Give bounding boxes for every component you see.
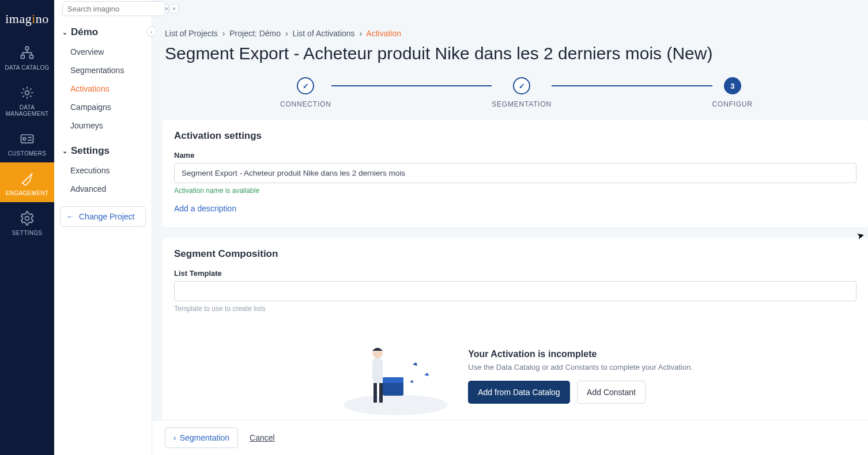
rail-label: SETTINGS	[12, 230, 42, 236]
svg-point-5	[23, 138, 26, 141]
settings-icon	[19, 210, 35, 226]
search-field[interactable]: ×	[62, 1, 166, 16]
rail-item-data-management[interactable]: DATA MANAGEMENT	[0, 77, 54, 123]
svg-rect-13	[373, 383, 377, 403]
rail-item-customers[interactable]: CUSTOMERS	[0, 123, 54, 162]
panel-heading: Activation settings	[174, 130, 856, 142]
sidebar-item-activations[interactable]: Activations	[54, 79, 152, 98]
sidebar-item-segmentations[interactable]: Segmentations	[54, 61, 152, 79]
name-availability-helper: Activation name is available	[174, 187, 856, 195]
activation-settings-panel: Activation settings Name Activation name…	[163, 120, 868, 227]
breadcrumb-item[interactable]: Project: Démo	[229, 29, 281, 38]
activation-name-input[interactable]	[174, 163, 856, 183]
svg-point-0	[25, 47, 29, 50]
step-connection[interactable]: ✓ CONNECTION	[280, 77, 331, 108]
page-title: Segment Export - Acheteur produit Nike d…	[165, 44, 868, 63]
back-label: Segmentation	[180, 433, 229, 442]
breadcrumb: List of Projects › Project: Démo › List …	[165, 29, 868, 38]
svg-rect-14	[379, 383, 383, 403]
svg-point-6	[25, 217, 29, 221]
step-check-icon: ✓	[297, 77, 314, 94]
step-label: SEGMENTATION	[492, 100, 552, 108]
sidebar-item-journeys[interactable]: Journeys	[54, 116, 152, 135]
step-label: CONFIGUR	[712, 100, 753, 108]
add-from-catalog-button[interactable]: Add from Data Catalog	[468, 381, 569, 404]
main-content: List of Projects › Project: Démo › List …	[152, 0, 868, 455]
step-configuration[interactable]: 3 CONFIGUR	[712, 77, 753, 108]
list-template-label: List Template	[174, 269, 856, 278]
rail-item-engagement[interactable]: ENGAGEMENT	[0, 162, 54, 202]
sidebar-group-demo[interactable]: ⌄ Démo	[54, 22, 152, 43]
change-project-label: Change Project	[79, 212, 135, 221]
add-constant-button[interactable]: Add Constant	[577, 381, 646, 404]
rail-label: CUSTOMERS	[8, 150, 46, 157]
empty-subtitle: Use the Data Catalog or add Constants to…	[468, 363, 693, 371]
chevron-down-icon: ⌄	[62, 29, 67, 36]
sidebar-item-advanced[interactable]: Advanced	[54, 180, 152, 198]
empty-title: Your Activation is incomplete	[468, 349, 693, 359]
svg-rect-10	[383, 377, 403, 383]
step-line	[552, 85, 712, 86]
segment-composition-panel: Segment Composition List Template Templa…	[163, 238, 868, 451]
sidebar-item-executions[interactable]: Executions	[54, 161, 152, 180]
rail-item-data-catalog[interactable]: DATA CATALOG	[0, 37, 54, 77]
rail-label: ENGAGEMENT	[6, 190, 48, 196]
svg-rect-2	[30, 55, 33, 59]
rail-item-settings[interactable]: SETTINGS	[0, 202, 54, 242]
brand-logo: imagino	[5, 12, 49, 26]
add-description-link[interactable]: Add a description	[174, 204, 236, 213]
secondary-sidebar: ‹ ⌄ Démo Overview Segmentations Activati…	[54, 0, 152, 455]
name-label: Name	[174, 151, 856, 160]
search-input[interactable]	[67, 5, 164, 13]
sidebar-group-label: Démo	[71, 26, 98, 38]
engagement-icon	[19, 170, 35, 187]
rail-label: DATA CATALOG	[5, 65, 49, 71]
chevron-down-icon: ⌄	[62, 147, 67, 155]
list-template-helper: Template to use to create lists	[174, 305, 856, 313]
breadcrumb-item[interactable]: List of Projects	[165, 29, 218, 38]
arrow-left-icon: ←	[66, 212, 74, 221]
step-segmentation[interactable]: ✓ SEGMENTATION	[492, 77, 552, 108]
svg-rect-11	[372, 358, 383, 383]
list-template-input[interactable]	[174, 281, 856, 301]
back-segmentation-button[interactable]: ‹ Segmentation	[165, 427, 238, 448]
change-project-button[interactable]: ← Change Project	[60, 206, 146, 227]
primary-rail: imagino DATA CATALOG DATA MANAGEMENT CUS…	[0, 0, 54, 455]
footer-bar: ‹ Segmentation Cancel	[152, 420, 868, 455]
svg-point-8	[344, 395, 447, 415]
svg-point-3	[25, 91, 29, 95]
catalog-icon	[19, 45, 35, 61]
customers-icon	[19, 131, 35, 147]
empty-illustration	[338, 336, 453, 416]
svg-rect-1	[21, 55, 25, 59]
management-icon	[19, 85, 35, 101]
breadcrumb-current: Activation	[366, 29, 401, 38]
step-line	[331, 85, 492, 86]
cancel-link[interactable]: Cancel	[250, 433, 275, 442]
step-number-icon: 3	[724, 77, 741, 94]
sidebar-group-settings[interactable]: ⌄ Settings	[54, 141, 152, 161]
empty-text: Your Activation is incomplete Use the Da…	[468, 349, 693, 404]
sidebar-group-label: Settings	[71, 145, 110, 157]
rail-label: DATA MANAGEMENT	[6, 104, 49, 117]
sidebar-item-overview[interactable]: Overview	[54, 43, 152, 61]
breadcrumb-item[interactable]: List of Activations	[292, 29, 354, 38]
empty-state: Your Activation is incomplete Use the Da…	[174, 313, 856, 422]
chevron-left-icon: ‹	[173, 433, 176, 442]
step-check-icon: ✓	[513, 77, 530, 94]
panel-heading: Segment Composition	[174, 248, 856, 260]
sidebar-item-campaigns[interactable]: Campaigns	[54, 98, 152, 116]
step-label: CONNECTION	[280, 100, 331, 108]
stepper: ✓ CONNECTION ✓ SEGMENTATION 3 CONFIGUR	[165, 77, 868, 108]
